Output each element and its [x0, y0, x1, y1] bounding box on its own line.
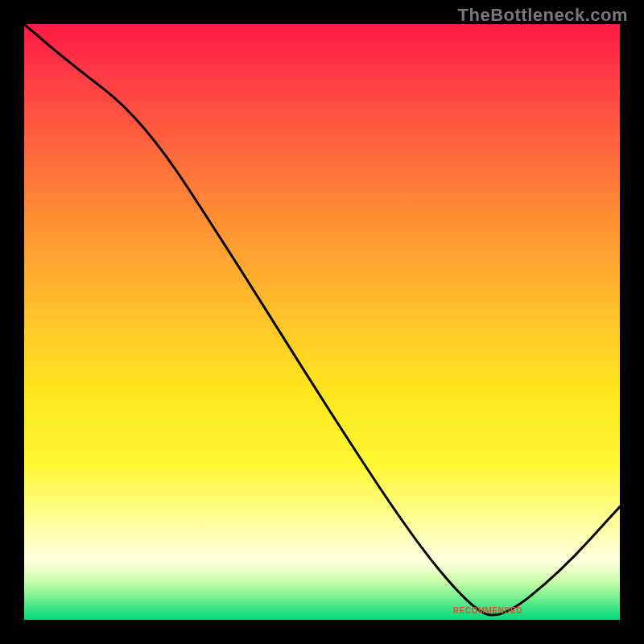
watermark-text: TheBottleneck.com	[458, 5, 628, 26]
recommended-label: RECOMMENDED	[453, 606, 522, 615]
chart-plot-area: RECOMMENDED	[24, 24, 620, 620]
bottleneck-curve-svg	[24, 24, 620, 620]
bottleneck-curve-line	[24, 24, 620, 615]
